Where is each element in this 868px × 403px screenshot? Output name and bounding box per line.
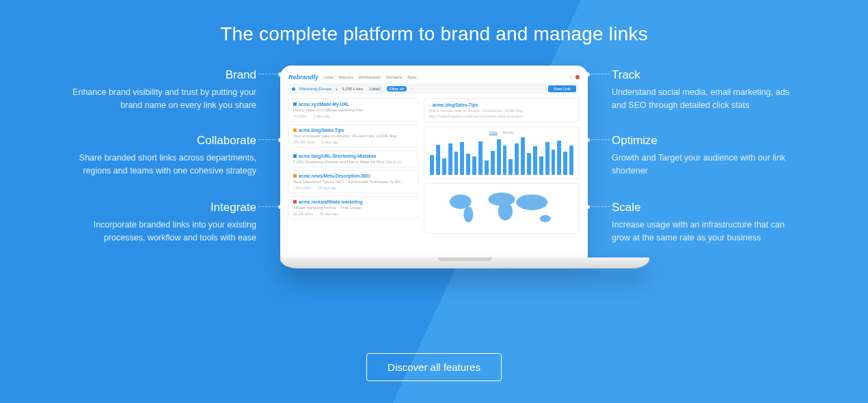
clicks-chart-panel: Days Months — [424, 126, 580, 179]
chart-bar — [455, 152, 459, 175]
feature-desc: Share branded short links across departm… — [65, 152, 256, 178]
laptop-screen: Rebrandly Links Reports Workspaces Domai… — [280, 66, 588, 260]
discover-features-button[interactable]: Discover all features — [366, 353, 502, 381]
page-heading: The complete platform to brand and manag… — [0, 0, 868, 45]
chart-bar — [563, 152, 567, 175]
link-detail-panel: ○ acme.blog/Sales-Tips How to increase s… — [424, 98, 580, 122]
chart-bar — [460, 142, 464, 175]
tab-months[interactable]: Months — [503, 130, 514, 135]
tab-days[interactable]: Days — [489, 130, 497, 135]
chart-bar — [497, 139, 501, 175]
feature-desc: Incorporate branded links into your exis… — [65, 219, 256, 245]
svg-point-3 — [498, 202, 513, 221]
link-card[interactable]: acme.xyz/Made-My-URL How to make url in … — [288, 98, 418, 122]
workspace-dot-icon — [292, 87, 295, 91]
feature-track: Track Understand social media, email mar… — [612, 68, 803, 113]
feature-integrate: Integrate Incorporate branded links into… — [65, 201, 256, 245]
feature-title: Collaborate — [65, 134, 256, 148]
feature-title: Integrate — [65, 201, 256, 214]
status-dot-icon — [293, 200, 297, 204]
feature-stage: Brand Enhance brand visibility and trust… — [0, 66, 868, 352]
chart-bar — [466, 154, 470, 175]
status-dot-icon — [293, 154, 297, 158]
link-card[interactable]: acme.blog/URL-Shortening-Mistakes 7 URL … — [288, 150, 418, 167]
chart-bar — [448, 143, 452, 175]
svg-point-5 — [540, 215, 551, 223]
feature-scale: Scale Increase usage with an infrastruct… — [612, 201, 803, 245]
connector-line — [258, 139, 280, 140]
connector-line — [258, 206, 280, 207]
feature-title: Brand — [65, 68, 256, 82]
laptop-mockup: Rebrandly Links Reports Workspaces Domai… — [280, 66, 588, 268]
chart-bar — [545, 142, 550, 175]
filter-on[interactable]: Filter on — [387, 86, 407, 92]
link-card[interactable]: acme.news/Meta-Description-SEO Meta Desc… — [288, 170, 418, 193]
svg-point-4 — [516, 195, 547, 210]
link-card[interactable]: acme.blog/Sales-Tips How to increase sal… — [288, 124, 418, 148]
workspace-selector[interactable]: Marketing Europe — [299, 87, 331, 91]
feature-title: Scale — [612, 201, 803, 214]
nav-reports[interactable]: Reports — [339, 75, 353, 79]
filter-label[interactable]: Label — [367, 86, 383, 92]
feature-title: Track — [612, 68, 803, 82]
world-map-panel — [424, 183, 580, 234]
feature-optimize: Optimize Growth and Target your audience… — [612, 134, 803, 178]
chart-bar — [527, 153, 531, 175]
laptop-base — [280, 258, 649, 268]
link-count: 9,295 Links — [342, 87, 363, 91]
feature-desc: Growth and Target your audience with our… — [612, 152, 803, 178]
connector-line — [588, 206, 610, 207]
feature-desc: Understand social media, email marketing… — [612, 86, 803, 113]
chart-bar — [508, 159, 513, 175]
feature-desc: Increase usage with an infrastructure th… — [612, 219, 803, 245]
app-topnav: Links Reports Workspaces Domains Apps — [324, 75, 421, 79]
nav-workspaces[interactable]: Workspaces — [358, 75, 381, 79]
nav-links[interactable]: Links — [324, 75, 334, 79]
connector-line — [588, 139, 610, 140]
svg-point-1 — [463, 206, 473, 222]
app-dashboard: Rebrandly Links Reports Workspaces Domai… — [288, 74, 580, 234]
world-map-icon — [429, 187, 575, 230]
chart-bar — [539, 156, 543, 175]
bar-chart — [429, 137, 575, 175]
chart-bar — [472, 156, 476, 176]
help-icon[interactable] — [569, 75, 573, 79]
new-link-button[interactable]: New Link — [548, 85, 576, 92]
feature-title: Optimize — [612, 134, 803, 148]
feature-collaborate: Collaborate Share branded short links ac… — [65, 134, 256, 178]
chart-bar — [533, 146, 537, 175]
link-card[interactable]: acme.rocks/affiliate-marketing Affiliate… — [288, 196, 418, 219]
nav-domains[interactable]: Domains — [386, 75, 403, 79]
notification-icon[interactable] — [575, 75, 580, 79]
feature-brand: Brand Enhance brand visibility and trust… — [65, 68, 256, 113]
nav-apps[interactable]: Apps — [407, 75, 417, 79]
chart-bar — [557, 141, 561, 175]
chart-bar — [478, 141, 483, 175]
status-dot-icon — [293, 174, 297, 178]
chart-bar — [515, 143, 519, 175]
chart-bar — [442, 158, 446, 175]
chart-bar — [569, 145, 573, 175]
app-logo: Rebrandly — [288, 74, 318, 81]
chart-bar — [491, 151, 495, 175]
status-dot-icon — [293, 102, 297, 106]
chart-bar — [521, 137, 525, 175]
status-dot-icon — [293, 128, 297, 132]
search-icon[interactable]: ⌕ — [411, 87, 413, 91]
chart-bar — [503, 145, 507, 175]
connector-line — [258, 74, 280, 74]
chart-bar — [430, 155, 434, 175]
chart-bar — [552, 150, 556, 175]
chart-bar — [436, 145, 440, 175]
feature-desc: Enhance brand visibility and trust by pu… — [65, 86, 256, 113]
filter-bar: Marketing Europe ▾ 9,295 Links Label Fil… — [288, 83, 580, 94]
connector-line — [588, 74, 610, 74]
link-list: acme.xyz/Made-My-URL How to make url in … — [288, 98, 418, 234]
chart-bar — [485, 161, 489, 175]
